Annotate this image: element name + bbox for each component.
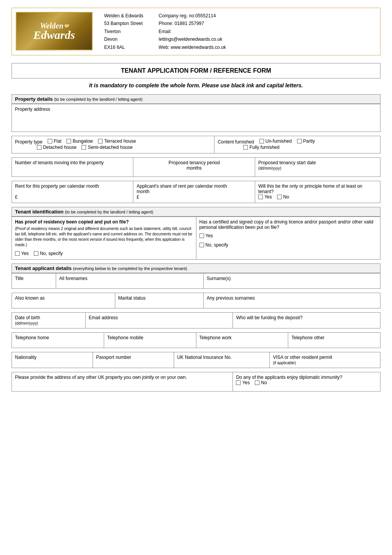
- content-partly-checkbox[interactable]: [297, 139, 302, 143]
- content-unfurnished-option[interactable]: Un-furnished: [259, 138, 292, 144]
- type-terraced-label: Terraced house: [104, 138, 136, 144]
- tenant-id-table: Has proof of residency been copied and p…: [12, 217, 380, 260]
- principle-yes-option[interactable]: Yes: [258, 194, 272, 200]
- surname-label: Surname(s): [207, 276, 231, 281]
- forenames-cell: All forenames: [56, 273, 204, 288]
- tel-other-label: Telephone other: [291, 335, 324, 340]
- principle-yes-label: Yes: [264, 194, 272, 200]
- tenancy-start-cell: Proposed tenancy start date (dd/mm/yyyy): [255, 157, 380, 177]
- type-terraced-checkbox[interactable]: [98, 139, 103, 143]
- company-address3: Devon: [104, 35, 143, 43]
- content-fully-label: Fully furnished: [249, 145, 279, 150]
- residency-yes-option[interactable]: Yes: [15, 251, 29, 256]
- type-semi-checkbox[interactable]: [81, 145, 86, 150]
- company-reg: Company reg. no:05552114: [159, 12, 226, 20]
- principle-yes-checkbox[interactable]: [258, 195, 263, 199]
- other-property-cell: Please provide the address of any other …: [12, 372, 233, 391]
- visa-sub: (if applicable): [273, 361, 296, 365]
- tenants-number-label: Number of tenants moving into the proper…: [15, 160, 104, 165]
- tenant-id-header: Tenant identification (to be completed b…: [12, 207, 380, 217]
- content-partly-option[interactable]: Partly: [297, 138, 315, 144]
- email-cell: Email address: [85, 312, 233, 328]
- deposit-label: Who will be funding the deposit?: [236, 315, 302, 320]
- forenames-label: All forenames: [59, 276, 87, 281]
- company-web: Web: www.weldenedwards.co.uk: [159, 43, 226, 51]
- diplomatic-yes-checkbox[interactable]: [236, 380, 241, 385]
- type-detached-label: Detached house: [43, 145, 76, 150]
- tel-other-cell: Telephone other: [288, 332, 380, 348]
- type-bungalow-checkbox[interactable]: [66, 139, 71, 143]
- rent-cell: Rent for this property per calendar mont…: [12, 181, 133, 203]
- content-fully-checkbox[interactable]: [243, 145, 248, 150]
- company-email: lettings@weldenedwards.co.uk: [159, 35, 226, 43]
- tel-home-label: Telephone home: [15, 335, 49, 340]
- form-subtitle: It is mandatory to complete the whole fo…: [12, 82, 380, 88]
- content-label: Content furnished: [218, 139, 254, 145]
- marital-cell: Marital status: [115, 293, 203, 308]
- driving-no-option[interactable]: No, specify: [199, 242, 228, 248]
- applicant-share-symbol: £: [136, 194, 139, 200]
- content-unfurnished-checkbox[interactable]: [259, 139, 264, 143]
- also-known-cell: Also known as: [12, 293, 115, 308]
- principle-home-cell: Will this be the only or principle home …: [255, 181, 380, 203]
- tenancy-period-unit: months: [187, 165, 202, 171]
- type-terraced-option[interactable]: Terraced house: [98, 138, 136, 144]
- type-semi-label: Semi-detached house: [88, 145, 133, 150]
- residency-no-checkbox[interactable]: [34, 251, 38, 256]
- principle-no-label: No: [283, 194, 289, 200]
- company-info: Welden & Edwards 53 Bampton Street Tiver…: [104, 12, 226, 51]
- principle-no-option[interactable]: No: [277, 194, 289, 200]
- passport-cell: Passport number: [93, 352, 174, 368]
- applicant-share-sub: month: [136, 189, 149, 194]
- tenancy-row-table: Number of tenants moving into the proper…: [12, 157, 380, 177]
- type-bungalow-option[interactable]: Bungalow: [66, 138, 93, 144]
- passport-label: Passport number: [96, 355, 131, 360]
- visa-cell: VISA or other resident permit (if applic…: [270, 352, 380, 368]
- property-type-label: Property type: [15, 139, 42, 145]
- type-detached-checkbox[interactable]: [37, 145, 42, 150]
- also-known-table: Also known as Marital status Any previou…: [12, 293, 380, 308]
- ni-cell: UK National Insurance No.: [174, 352, 269, 368]
- driving-cell: Has a certified and signed copy of a dri…: [196, 217, 380, 259]
- diplomatic-no-option[interactable]: No: [255, 380, 267, 385]
- diplomatic-cell: Do any of the applicants enjoy diplomati…: [233, 372, 380, 391]
- driving-yes-option[interactable]: Yes: [199, 233, 213, 238]
- tenant-applicant-header: Tenant applicant details (everything bel…: [12, 263, 380, 273]
- content-fully-option[interactable]: Fully furnished: [243, 145, 279, 150]
- residency-yes-checkbox[interactable]: [15, 251, 20, 256]
- driving-yes-label: Yes: [206, 233, 213, 238]
- principle-no-checkbox[interactable]: [277, 195, 282, 199]
- driving-label: Has a certified and signed copy of a dri…: [199, 219, 377, 230]
- type-bungalow-label: Bungalow: [73, 138, 93, 144]
- driving-no-checkbox[interactable]: [199, 243, 204, 247]
- tenancy-period-label: Proposed tenancy period: [168, 160, 219, 165]
- tenancy-start-sub: (dd/mm/yyyy): [258, 166, 281, 170]
- tel-mobile-cell: Telephone mobile: [104, 332, 196, 348]
- company-address2: Tiverton: [104, 28, 143, 35]
- property-details-header: Property details (to be completed by the…: [12, 94, 380, 104]
- diplomatic-no-checkbox[interactable]: [255, 380, 259, 385]
- property-section-title: Property details: [15, 96, 53, 102]
- property-type-cell: Property type Flat Bungalow Terraced hou…: [12, 136, 214, 153]
- type-detached-option[interactable]: Detached house: [37, 145, 76, 150]
- type-flat-checkbox[interactable]: [48, 139, 52, 143]
- property-type-table: Property type Flat Bungalow Terraced hou…: [12, 136, 380, 153]
- diplomatic-yes-label: Yes: [242, 380, 250, 385]
- rent-symbol: £: [15, 194, 18, 200]
- tenant-id-subtitle: (to be completed by the landlord / letti…: [65, 210, 153, 214]
- other-property-table: Please provide the address of any other …: [12, 372, 380, 392]
- driving-yes-checkbox[interactable]: [199, 233, 204, 238]
- tenant-applicant-title: Tenant applicant details: [15, 265, 71, 271]
- company-email-label: Email:: [159, 28, 226, 35]
- visa-label: VISA or other resident permit: [273, 355, 332, 360]
- type-semi-option[interactable]: Semi-detached house: [81, 145, 133, 150]
- tel-mobile-label: Telephone mobile: [107, 335, 143, 340]
- nationality-cell: Nationality: [12, 352, 93, 368]
- also-known-label: Also known as: [15, 295, 45, 301]
- company-logo: Welden❤ Edwards: [16, 12, 93, 50]
- diplomatic-yes-option[interactable]: Yes: [236, 380, 250, 385]
- residency-no-option[interactable]: No, specify: [34, 251, 63, 256]
- company-address4: EX16 6AL: [104, 43, 143, 51]
- type-flat-option[interactable]: Flat: [48, 138, 61, 144]
- rent-label: Rent for this property per calendar mont…: [15, 183, 99, 189]
